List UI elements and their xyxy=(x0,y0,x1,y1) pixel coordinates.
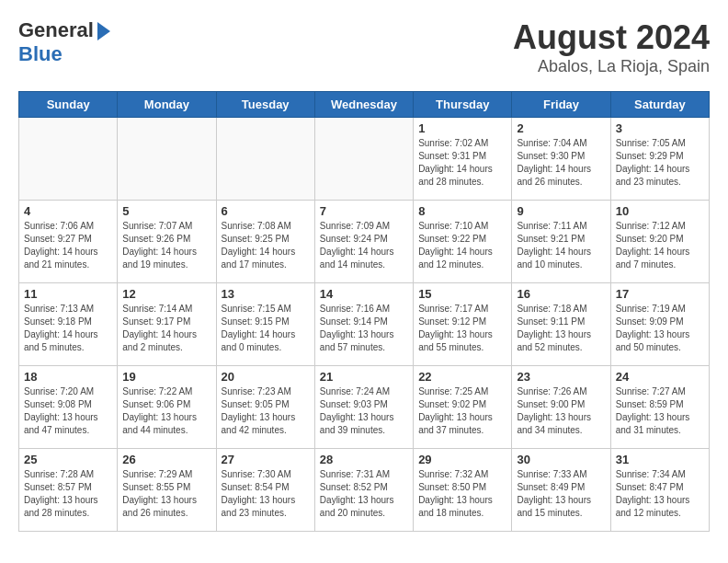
day-info: Sunrise: 7:27 AM Sunset: 8:59 PM Dayligh… xyxy=(616,385,704,437)
calendar-cell: 18Sunrise: 7:20 AM Sunset: 9:08 PM Dayli… xyxy=(19,366,118,449)
calendar-cell: 6Sunrise: 7:08 AM Sunset: 9:25 PM Daylig… xyxy=(216,201,314,283)
day-number: 5 xyxy=(122,204,210,218)
day-info: Sunrise: 7:02 AM Sunset: 9:31 PM Dayligh… xyxy=(418,137,506,189)
day-number: 17 xyxy=(616,287,704,301)
calendar-cell: 19Sunrise: 7:22 AM Sunset: 9:06 PM Dayli… xyxy=(118,366,216,449)
day-number: 13 xyxy=(222,287,310,301)
weekday-sunday: Sunday xyxy=(19,92,118,118)
day-info: Sunrise: 7:34 AM Sunset: 8:47 PM Dayligh… xyxy=(616,468,704,520)
day-number: 24 xyxy=(616,370,704,384)
calendar-week-4: 18Sunrise: 7:20 AM Sunset: 9:08 PM Dayli… xyxy=(19,366,710,449)
calendar-cell: 2Sunrise: 7:04 AM Sunset: 9:30 PM Daylig… xyxy=(512,118,610,201)
calendar-cell: 13Sunrise: 7:15 AM Sunset: 9:15 PM Dayli… xyxy=(216,283,314,366)
day-number: 22 xyxy=(418,370,506,384)
calendar-cell: 21Sunrise: 7:24 AM Sunset: 9:03 PM Dayli… xyxy=(314,366,413,449)
day-number: 21 xyxy=(320,370,408,384)
day-number: 25 xyxy=(24,453,112,466)
calendar-cell: 29Sunrise: 7:32 AM Sunset: 8:50 PM Dayli… xyxy=(414,449,512,532)
calendar-cell: 25Sunrise: 7:28 AM Sunset: 8:57 PM Dayli… xyxy=(19,449,118,532)
calendar-cell: 11Sunrise: 7:13 AM Sunset: 9:18 PM Dayli… xyxy=(19,283,118,366)
calendar-cell: 8Sunrise: 7:10 AM Sunset: 9:22 PM Daylig… xyxy=(414,201,512,283)
day-info: Sunrise: 7:14 AM Sunset: 9:17 PM Dayligh… xyxy=(122,303,210,354)
calendar-cell: 26Sunrise: 7:29 AM Sunset: 8:55 PM Dayli… xyxy=(118,449,216,532)
day-number: 6 xyxy=(222,204,310,218)
day-number: 11 xyxy=(24,287,112,301)
day-number: 8 xyxy=(418,204,506,218)
day-number: 2 xyxy=(517,121,605,135)
day-number: 18 xyxy=(24,370,112,384)
weekday-thursday: Thursday xyxy=(414,92,512,118)
day-info: Sunrise: 7:29 AM Sunset: 8:55 PM Dayligh… xyxy=(122,468,210,520)
logo-general-text: General xyxy=(18,18,94,42)
day-info: Sunrise: 7:32 AM Sunset: 8:50 PM Dayligh… xyxy=(418,468,506,520)
day-number: 29 xyxy=(418,453,506,466)
calendar-cell: 3Sunrise: 7:05 AM Sunset: 9:29 PM Daylig… xyxy=(610,118,709,201)
weekday-wednesday: Wednesday xyxy=(314,92,413,118)
location-title: Abalos, La Rioja, Spain xyxy=(513,57,710,76)
day-number: 9 xyxy=(517,204,605,218)
day-info: Sunrise: 7:24 AM Sunset: 9:03 PM Dayligh… xyxy=(320,385,408,437)
day-info: Sunrise: 7:08 AM Sunset: 9:25 PM Dayligh… xyxy=(222,220,310,271)
day-info: Sunrise: 7:31 AM Sunset: 8:52 PM Dayligh… xyxy=(320,468,408,520)
calendar-cell: 23Sunrise: 7:26 AM Sunset: 9:00 PM Dayli… xyxy=(512,366,610,449)
day-number: 28 xyxy=(320,453,408,466)
calendar-cell: 16Sunrise: 7:18 AM Sunset: 9:11 PM Dayli… xyxy=(512,283,610,366)
day-number: 10 xyxy=(616,204,704,218)
day-info: Sunrise: 7:25 AM Sunset: 9:02 PM Dayligh… xyxy=(418,385,506,437)
calendar-cell: 5Sunrise: 7:07 AM Sunset: 9:26 PM Daylig… xyxy=(118,201,216,283)
day-info: Sunrise: 7:23 AM Sunset: 9:05 PM Dayligh… xyxy=(222,385,310,437)
logo-blue-text: Blue xyxy=(18,42,63,66)
weekday-friday: Friday xyxy=(512,92,610,118)
day-info: Sunrise: 7:05 AM Sunset: 9:29 PM Dayligh… xyxy=(616,137,704,189)
calendar-cell: 7Sunrise: 7:09 AM Sunset: 9:24 PM Daylig… xyxy=(314,201,413,283)
calendar-cell: 10Sunrise: 7:12 AM Sunset: 9:20 PM Dayli… xyxy=(610,201,709,283)
calendar-cell: 15Sunrise: 7:17 AM Sunset: 9:12 PM Dayli… xyxy=(414,283,512,366)
day-number: 12 xyxy=(122,287,210,301)
day-number: 3 xyxy=(616,121,704,135)
day-number: 1 xyxy=(418,121,506,135)
day-info: Sunrise: 7:33 AM Sunset: 8:49 PM Dayligh… xyxy=(517,468,605,520)
calendar-cell: 20Sunrise: 7:23 AM Sunset: 9:05 PM Dayli… xyxy=(216,366,314,449)
calendar-cell: 14Sunrise: 7:16 AM Sunset: 9:14 PM Dayli… xyxy=(314,283,413,366)
calendar-table: SundayMondayTuesdayWednesdayThursdayFrid… xyxy=(18,91,710,532)
day-info: Sunrise: 7:20 AM Sunset: 9:08 PM Dayligh… xyxy=(24,385,112,437)
day-info: Sunrise: 7:12 AM Sunset: 9:20 PM Dayligh… xyxy=(616,220,704,271)
day-number: 26 xyxy=(122,453,210,466)
calendar-cell: 17Sunrise: 7:19 AM Sunset: 9:09 PM Dayli… xyxy=(610,283,709,366)
day-info: Sunrise: 7:11 AM Sunset: 9:21 PM Dayligh… xyxy=(517,220,605,271)
day-number: 15 xyxy=(418,287,506,301)
calendar-cell: 4Sunrise: 7:06 AM Sunset: 9:27 PM Daylig… xyxy=(19,201,118,283)
calendar-week-1: 1Sunrise: 7:02 AM Sunset: 9:31 PM Daylig… xyxy=(19,118,710,201)
day-info: Sunrise: 7:22 AM Sunset: 9:06 PM Dayligh… xyxy=(122,385,210,437)
calendar-cell: 12Sunrise: 7:14 AM Sunset: 9:17 PM Dayli… xyxy=(118,283,216,366)
title-block: August 2024 Abalos, La Rioja, Spain xyxy=(513,18,710,76)
calendar-week-5: 25Sunrise: 7:28 AM Sunset: 8:57 PM Dayli… xyxy=(19,449,710,532)
day-number: 16 xyxy=(517,287,605,301)
day-number: 27 xyxy=(222,453,310,466)
day-info: Sunrise: 7:28 AM Sunset: 8:57 PM Dayligh… xyxy=(24,468,112,520)
calendar-week-3: 11Sunrise: 7:13 AM Sunset: 9:18 PM Dayli… xyxy=(19,283,710,366)
day-number: 14 xyxy=(320,287,408,301)
day-number: 31 xyxy=(616,453,704,466)
day-number: 23 xyxy=(517,370,605,384)
calendar-cell: 22Sunrise: 7:25 AM Sunset: 9:02 PM Dayli… xyxy=(414,366,512,449)
calendar-cell: 27Sunrise: 7:30 AM Sunset: 8:54 PM Dayli… xyxy=(216,449,314,532)
calendar-week-2: 4Sunrise: 7:06 AM Sunset: 9:27 PM Daylig… xyxy=(19,201,710,283)
calendar-cell: 24Sunrise: 7:27 AM Sunset: 8:59 PM Dayli… xyxy=(610,366,709,449)
calendar-cell: 1Sunrise: 7:02 AM Sunset: 9:31 PM Daylig… xyxy=(414,118,512,201)
day-info: Sunrise: 7:26 AM Sunset: 9:00 PM Dayligh… xyxy=(517,385,605,437)
day-number: 7 xyxy=(320,204,408,218)
day-info: Sunrise: 7:18 AM Sunset: 9:11 PM Dayligh… xyxy=(517,303,605,354)
month-title: August 2024 xyxy=(513,18,710,57)
day-number: 19 xyxy=(122,370,210,384)
calendar-cell xyxy=(118,118,216,201)
day-info: Sunrise: 7:04 AM Sunset: 9:30 PM Dayligh… xyxy=(517,137,605,189)
logo: General Blue xyxy=(18,18,110,66)
day-info: Sunrise: 7:10 AM Sunset: 9:22 PM Dayligh… xyxy=(418,220,506,271)
day-info: Sunrise: 7:15 AM Sunset: 9:15 PM Dayligh… xyxy=(222,303,310,354)
day-info: Sunrise: 7:17 AM Sunset: 9:12 PM Dayligh… xyxy=(418,303,506,354)
calendar-cell: 30Sunrise: 7:33 AM Sunset: 8:49 PM Dayli… xyxy=(512,449,610,532)
calendar-cell xyxy=(216,118,314,201)
day-info: Sunrise: 7:16 AM Sunset: 9:14 PM Dayligh… xyxy=(320,303,408,354)
calendar-cell xyxy=(19,118,118,201)
